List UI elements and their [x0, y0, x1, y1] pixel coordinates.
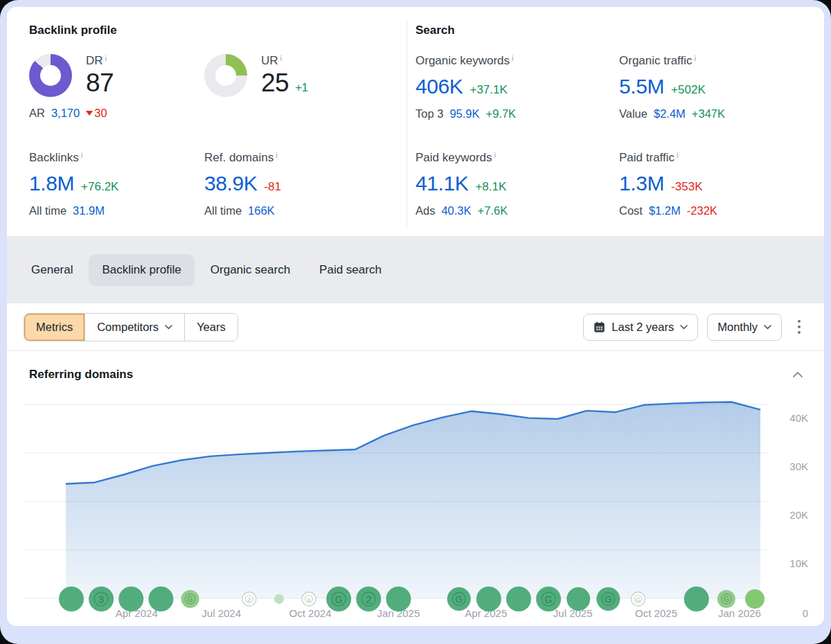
svg-text:G: G [335, 594, 343, 605]
svg-text:G: G [636, 596, 641, 603]
svg-text:G: G [456, 594, 463, 605]
info-icon[interactable]: i [512, 55, 513, 62]
ref-domains-delta: -81 [264, 180, 281, 194]
tab-backlink-profile[interactable]: Backlink profile [89, 254, 194, 286]
ur-label: UR [261, 54, 278, 68]
event-dot[interactable] [59, 587, 84, 611]
event-dot[interactable]: a [302, 592, 316, 606]
info-icon[interactable]: i [280, 55, 282, 62]
event-dot[interactable]: G [447, 587, 471, 611]
event-dot[interactable] [148, 587, 173, 611]
chevron-down-icon [680, 325, 688, 330]
ref-domains-alltime-value[interactable]: 166K [248, 204, 275, 217]
referring-domains-panel: Referring domains 010K20K30K40KApr 2024J… [7, 351, 824, 626]
metric-backlinks: Backlinks i 1.8M +76.2K All time 31.9M [29, 151, 204, 217]
tab-paid-search[interactable]: Paid search [306, 254, 395, 286]
ar-label: AR [29, 107, 45, 120]
info-icon[interactable]: i [677, 152, 678, 159]
metric-paid-traffic: Paid traffic i 1.3M -353K Cost $1.2M -23… [619, 151, 807, 217]
svg-text:10K: 10K [789, 557, 808, 569]
area-fill [66, 402, 760, 599]
ur-value: 25 [261, 69, 289, 98]
event-dot[interactable]: G [536, 587, 561, 611]
event-dot[interactable]: G [631, 592, 645, 606]
svg-text:G: G [605, 594, 611, 605]
section-title-backlink-profile: Backlink profile [29, 24, 403, 37]
collapse-chevron-up-icon[interactable] [789, 368, 806, 381]
event-dot[interactable]: 3 [89, 587, 114, 611]
ar-value[interactable]: 3,170 [51, 107, 80, 120]
svg-text:Oct 2024: Oct 2024 [289, 607, 332, 619]
event-dot[interactable]: G [326, 587, 351, 611]
svg-text:G: G [188, 596, 193, 603]
ur-donut-chart [204, 54, 247, 97]
ur-delta: +1 [295, 81, 307, 95]
metric-dr: DR i 87 AR 3,170 30 [29, 54, 204, 151]
traffic-value-amount[interactable]: $2.4M [654, 107, 686, 120]
svg-text:3: 3 [98, 594, 104, 605]
more-options-kebab-icon[interactable] [791, 316, 807, 338]
y-axis-labels: 010K20K30K40K [789, 412, 808, 619]
cost-value[interactable]: $1.2M [649, 204, 681, 217]
paid-keywords-value[interactable]: 41.1K [416, 172, 468, 195]
organic-traffic-value[interactable]: 5.5M [619, 75, 664, 98]
event-dot[interactable]: G [717, 590, 735, 608]
metric-organic-keywords: Organic keywords i 406K +37.1K Top 3 95.… [416, 54, 619, 151]
svg-text:a: a [307, 596, 311, 603]
info-icon[interactable]: i [494, 152, 496, 159]
tab-organic-search[interactable]: Organic search [197, 254, 303, 286]
event-dot[interactable] [745, 589, 765, 609]
info-icon[interactable]: i [105, 55, 107, 62]
section-title-search: Search [416, 24, 807, 37]
ar-delta: 30 [86, 107, 107, 120]
svg-text:G: G [724, 596, 729, 603]
event-dot[interactable] [386, 587, 411, 611]
event-dot[interactable]: G [596, 587, 620, 611]
event-dot[interactable] [274, 594, 284, 604]
info-icon[interactable]: i [695, 55, 696, 62]
metric-paid-keywords: Paid keywords i 41.1K +8.1K Ads 40.3K +7… [416, 151, 619, 217]
backlinks-value[interactable]: 1.8M [29, 172, 74, 195]
ref-domains-value[interactable]: 38.9K [204, 172, 257, 195]
event-dot[interactable]: 2 [242, 592, 256, 606]
referring-domains-chart[interactable]: 010K20K30K40KApr 2024Jul 2024Oct 2024Jan… [7, 387, 824, 626]
ads-value[interactable]: 40.3K [441, 204, 471, 217]
paid-traffic-value[interactable]: 1.3M [619, 172, 664, 195]
backlinks-alltime-value[interactable]: 31.9M [73, 204, 105, 217]
top3-value[interactable]: 95.9K [449, 107, 479, 120]
metrics-segment[interactable]: Metrics [24, 314, 84, 341]
svg-text:Jan 2026: Jan 2026 [718, 607, 761, 619]
decrease-triangle-icon [86, 111, 93, 116]
chart-toolbar: Metrics Competitors Years Last 2 years [7, 303, 824, 351]
date-range-button[interactable]: Last 2 years [583, 314, 698, 341]
years-segment[interactable]: Years [184, 314, 238, 341]
organic-keywords-value[interactable]: 406K [416, 75, 463, 98]
view-segmented-control: Metrics Competitors Years [24, 313, 238, 341]
competitors-segment[interactable]: Competitors [84, 314, 184, 341]
event-dot[interactable] [118, 587, 143, 611]
svg-text:Oct 2025: Oct 2025 [635, 607, 677, 619]
event-dot[interactable] [684, 587, 709, 611]
chart-title: Referring domains [29, 368, 133, 382]
granularity-button[interactable]: Monthly [707, 314, 782, 341]
window-frame: Backlink profile DR i 87 [0, 0, 831, 644]
svg-text:0: 0 [803, 607, 808, 619]
dr-donut-chart [29, 54, 72, 97]
info-icon[interactable]: i [81, 152, 82, 159]
info-icon[interactable]: i [276, 152, 277, 159]
event-dot[interactable] [566, 587, 590, 611]
x-axis-labels: Apr 2024Jul 2024Oct 2024Jan 2025Apr 2025… [116, 607, 761, 619]
svg-text:20K: 20K [789, 509, 808, 521]
metric-ur: UR i 25 +1 [204, 54, 403, 151]
metric-organic-traffic: Organic traffic i 5.5M +502K Value $2.4M… [619, 54, 807, 151]
search-section: Search Organic keywords i 406K +37.1K To… [416, 24, 807, 217]
event-dot[interactable]: 2 [356, 587, 381, 611]
tab-general[interactable]: General [18, 254, 86, 286]
event-dot[interactable] [506, 587, 531, 611]
event-dot[interactable] [476, 587, 501, 611]
backlink-profile-section: Backlink profile DR i 87 [29, 24, 403, 217]
backlinks-delta: +76.2K [81, 180, 118, 194]
chevron-down-icon [165, 325, 172, 330]
svg-text:30K: 30K [789, 460, 808, 472]
event-dot[interactable]: G [181, 590, 199, 608]
